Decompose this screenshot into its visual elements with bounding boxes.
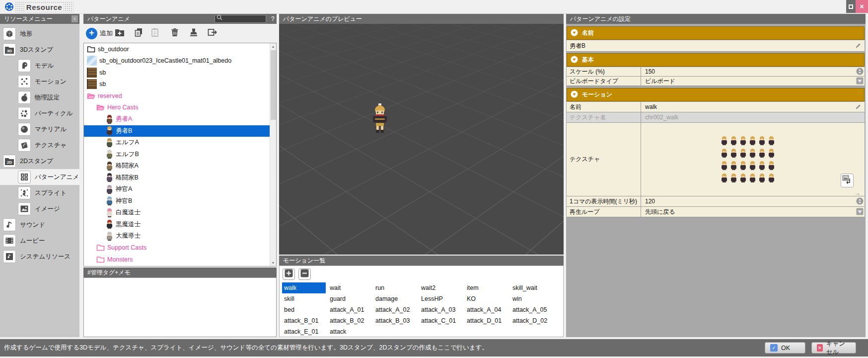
collapse-sidebar-button[interactable]: ‹: [72, 15, 78, 22]
sidebar-item-image[interactable]: イメージ: [0, 201, 79, 217]
tree-item[interactable]: 勇者B: [84, 125, 276, 137]
tree-scrollbar[interactable]: ▲ ▼: [270, 43, 276, 266]
tree-item[interactable]: Hero Casts: [84, 102, 276, 114]
sidebar-item-terrain[interactable]: 地形: [0, 26, 79, 42]
motion-item[interactable]: attack_B_02: [328, 315, 373, 326]
motion-item[interactable]: KO: [465, 293, 510, 304]
motion-item[interactable]: win: [510, 293, 556, 304]
help-button[interactable]: ?: [271, 14, 277, 24]
new-folder-icon: [114, 27, 125, 39]
sidebar-item-model[interactable]: モデル: [0, 58, 79, 74]
tree-item[interactable]: 格闘家B: [84, 172, 276, 184]
spinner-icon[interactable]: [856, 68, 864, 77]
image-select-button[interactable]: [841, 174, 854, 187]
sidebar-item-sound[interactable]: サウンド: [0, 217, 79, 233]
tree-item[interactable]: 神官A: [84, 183, 276, 195]
motion-item[interactable]: attack_A_02: [373, 304, 419, 315]
ok-button[interactable]: ✓ OK: [765, 342, 805, 354]
motion-item[interactable]: attack: [328, 326, 373, 337]
tree-item[interactable]: sb: [84, 67, 276, 79]
sidebar-item-stamp-3d[interactable]: 3D 3Dスタンプ: [0, 42, 79, 58]
motion-item[interactable]: attack_B_01: [282, 315, 328, 326]
dropdown-icon[interactable]: [856, 208, 864, 217]
frame-time-input[interactable]: 120: [641, 196, 865, 206]
loop-select[interactable]: 先頭に戻る: [641, 207, 865, 217]
tree-item[interactable]: Monsters: [84, 254, 276, 266]
tree-item[interactable]: 大魔導士: [84, 230, 276, 242]
sidebar-item-system-resource[interactable]: システムリソース: [0, 249, 79, 265]
tree-item[interactable]: エルフA: [84, 137, 276, 149]
billboard-select[interactable]: ビルボード: [641, 77, 865, 86]
section-name[interactable]: 名前: [567, 26, 865, 40]
sidebar-item-motion[interactable]: モーション: [0, 74, 79, 90]
sidebar-item-label: 地形: [20, 30, 32, 38]
motion-item[interactable]: wait2: [419, 282, 465, 293]
maximize-button[interactable]: [846, 0, 856, 13]
motion-item[interactable]: attack_D_01: [465, 315, 510, 326]
cancel-button[interactable]: ✕ キャンセル: [811, 342, 856, 354]
motion-item[interactable]: attack_A_01: [328, 304, 373, 315]
motion-item[interactable]: walk: [282, 282, 326, 293]
tree-item[interactable]: 黒魔道士: [84, 219, 276, 231]
stamp-button[interactable]: [187, 27, 200, 40]
name-row[interactable]: 勇者B: [567, 40, 865, 52]
sidebar-item-pattern-anime[interactable]: パターンアニメ: [0, 169, 79, 185]
motion-item[interactable]: attack_B_03: [373, 315, 419, 326]
search-input[interactable]: [215, 15, 266, 23]
motion-name-input[interactable]: walk: [641, 102, 865, 112]
scroll-down-icon[interactable]: ▼: [270, 260, 276, 266]
motion-item[interactable]: attack_A_05: [510, 304, 556, 315]
tree-item[interactable]: 勇者A: [84, 113, 276, 125]
tree-item[interactable]: 白魔道士: [84, 207, 276, 219]
scroll-up-icon[interactable]: ▲: [270, 43, 276, 50]
scrollbar-thumb[interactable]: [271, 50, 276, 120]
export-button[interactable]: [206, 27, 219, 40]
motion-item[interactable]: attack_E_01: [282, 326, 328, 337]
section-motion[interactable]: モーション: [567, 88, 865, 101]
name-value[interactable]: 勇者B: [567, 40, 865, 51]
sidebar-item-sprite[interactable]: スプライト: [0, 185, 79, 201]
close-button[interactable]: ×: [856, 0, 868, 13]
memo-input[interactable]: [83, 277, 277, 337]
motion-item[interactable]: attack_D_02: [510, 315, 556, 326]
delete-button[interactable]: [168, 27, 181, 40]
add-motion-button[interactable]: [283, 268, 295, 280]
motion-item[interactable]: attack_C_01: [419, 315, 465, 326]
spinner-icon[interactable]: [856, 197, 864, 206]
tree-item[interactable]: エルフB: [84, 149, 276, 161]
sidebar-item-physics[interactable]: 物理設定: [0, 90, 79, 105]
tree-item[interactable]: 神官B: [84, 195, 276, 207]
movie-icon: [3, 234, 16, 247]
motion-item[interactable]: guard: [328, 293, 373, 304]
dropdown-icon[interactable]: [856, 77, 864, 86]
motion-item[interactable]: bed: [282, 304, 328, 315]
tree-item[interactable]: Support Casts: [84, 242, 276, 254]
sidebar-item-stamp-2d[interactable]: 2D 2Dスタンプ: [0, 153, 79, 169]
motion-item[interactable]: damage: [373, 293, 419, 304]
motion-item[interactable]: run: [373, 282, 419, 293]
motion-item[interactable]: attack_A_03: [419, 304, 465, 315]
remove-motion-button[interactable]: [298, 268, 311, 280]
sidebar-item-particle[interactable]: パーティクル: [0, 105, 79, 121]
tree-item[interactable]: sb_obj_outdoor023_IceCastle01_mat01_albe…: [84, 55, 276, 67]
motion-item[interactable]: attack_A_04: [465, 304, 510, 315]
add-button[interactable]: + 追加: [86, 26, 113, 40]
new-folder-button[interactable]: [113, 27, 126, 40]
motion-item[interactable]: skill_wait: [510, 282, 556, 293]
motion-item[interactable]: wait: [328, 282, 373, 293]
tree-item[interactable]: sb: [84, 79, 276, 90]
motion-item[interactable]: LessHP: [419, 293, 465, 304]
sidebar-item-material[interactable]: マテリアル: [0, 121, 79, 137]
motion-item[interactable]: skill: [282, 293, 328, 304]
sidebar-item-movie[interactable]: ムービー: [0, 233, 79, 249]
sidebar-item-texture[interactable]: テクスチャ: [0, 137, 79, 153]
scale-input[interactable]: 150: [641, 67, 865, 76]
arrow-right-icon[interactable]: →: [854, 189, 861, 197]
motion-item[interactable]: item: [465, 282, 510, 293]
duplicate-button[interactable]: [132, 27, 145, 40]
preview-viewport[interactable]: [279, 24, 564, 255]
tree-item[interactable]: sb_outdoor: [84, 43, 276, 55]
tree-item[interactable]: 格闘家A: [84, 160, 276, 172]
tree-item[interactable]: reserved: [84, 90, 276, 102]
section-basic[interactable]: 基本: [567, 53, 865, 67]
